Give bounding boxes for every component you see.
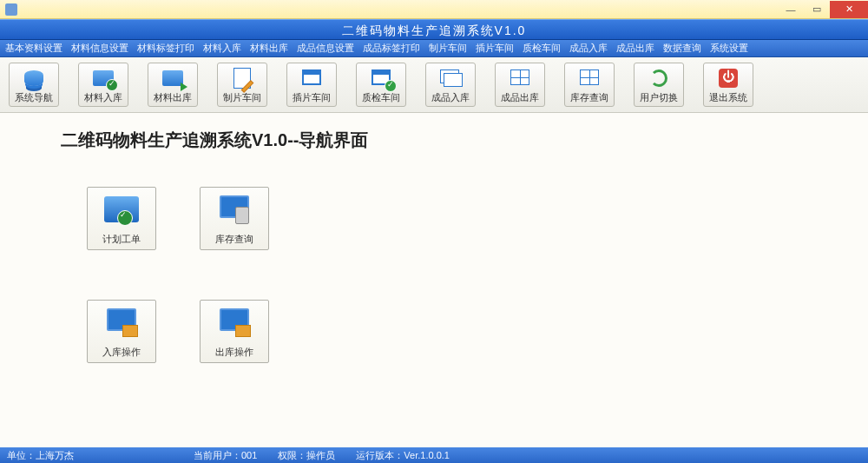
role-label: 权限： xyxy=(278,450,306,460)
user-label: 当前用户： xyxy=(194,450,241,460)
menubar: 基本资料设置材料信息设置材料标签打印材料入库材料出库成品信息设置成品标签打印制片… xyxy=(0,40,868,57)
table-calc-icon xyxy=(576,67,602,89)
toolbar-button-label: 成品入库 xyxy=(431,91,470,104)
unit-value: 上海万杰 xyxy=(36,450,74,460)
minimize-button[interactable]: — xyxy=(778,1,804,18)
menu-item[interactable]: 基本资料设置 xyxy=(5,42,62,55)
app-banner: 二维码物料生产追溯系统V1.0 xyxy=(0,19,868,40)
menu-item[interactable]: 材料信息设置 xyxy=(71,42,128,55)
folder-out-icon xyxy=(160,67,186,89)
titlebar: — ▭ ✕ xyxy=(0,0,868,19)
toolbar-button[interactable]: 成品出库 xyxy=(495,63,545,107)
menu-item[interactable]: 质检车间 xyxy=(523,42,561,55)
maximize-button[interactable]: ▭ xyxy=(804,1,830,18)
menu-item[interactable]: 系统设置 xyxy=(710,42,748,55)
menu-item[interactable]: 材料入库 xyxy=(203,42,241,55)
monitor-box-out-icon xyxy=(214,306,254,342)
content-area: 二维码物料生产追溯系统V1.0--导航界面 计划工单库存查询入库操作出库操作 xyxy=(0,113,868,447)
user-value: 001 xyxy=(241,450,257,460)
doc-edit-icon xyxy=(229,67,255,89)
nav-card[interactable]: 入库操作 xyxy=(87,300,156,363)
menu-item[interactable]: 制片车间 xyxy=(429,42,467,55)
folder-check-big-icon xyxy=(102,193,141,229)
version-value: Ver.1.0.0.1 xyxy=(404,450,450,460)
nav-card[interactable]: 计划工单 xyxy=(87,187,156,250)
toolbar-button[interactable]: 系统导航 xyxy=(9,63,59,107)
toolbar-button[interactable]: 材料入库 xyxy=(78,63,128,107)
menu-item[interactable]: 数据查询 xyxy=(663,42,701,55)
folder-check-icon xyxy=(90,67,116,89)
nav-card-label: 计划工单 xyxy=(102,233,141,246)
statusbar: 单位：上海万杰 当前用户：001 权限：操作员 运行版本：Ver.1.0.0.1 xyxy=(0,447,868,463)
window-table-icon xyxy=(507,67,533,89)
toolbar-button-label: 插片车间 xyxy=(293,91,331,104)
menu-item[interactable]: 成品入库 xyxy=(569,42,608,55)
nav-card-label: 出库操作 xyxy=(215,346,253,359)
window-icon xyxy=(299,67,325,89)
nav-card[interactable]: 库存查询 xyxy=(200,187,269,250)
toolbar-button-label: 成品出库 xyxy=(501,91,539,104)
menu-item[interactable]: 成品标签打印 xyxy=(363,42,420,55)
toolbar-button[interactable]: 质检车间 xyxy=(356,63,406,107)
toolbar-button-label: 材料出库 xyxy=(154,91,192,104)
refresh-icon xyxy=(646,67,672,89)
power-icon xyxy=(715,67,741,89)
toolbar-button[interactable]: 退出系统 xyxy=(703,63,753,107)
nav-card[interactable]: 出库操作 xyxy=(200,300,269,363)
nav-card-label: 库存查询 xyxy=(215,233,253,246)
toolbar-button[interactable]: 制片车间 xyxy=(217,63,267,107)
version-label: 运行版本： xyxy=(356,450,404,460)
toolbar-button-label: 系统导航 xyxy=(15,91,53,104)
monitor-box-icon xyxy=(102,306,141,342)
toolbar-button-label: 库存查询 xyxy=(570,91,608,104)
toolbar: 系统导航材料入库材料出库制片车间插片车间质检车间成品入库成品出库库存查询用户切换… xyxy=(0,57,868,113)
page-title: 二维码物料生产追溯系统V1.0--导航界面 xyxy=(61,129,807,152)
menu-item[interactable]: 成品出库 xyxy=(616,42,654,55)
toolbar-button-label: 材料入库 xyxy=(84,91,122,104)
window-check-icon xyxy=(368,67,394,89)
menu-item[interactable]: 插片车间 xyxy=(476,42,514,55)
role-value: 操作员 xyxy=(306,450,335,460)
monitor-calc-icon xyxy=(214,193,254,229)
menu-item[interactable]: 材料出库 xyxy=(250,42,288,55)
db-icon xyxy=(21,67,47,89)
banner-title: 二维码物料生产追溯系统V1.0 xyxy=(342,23,527,37)
toolbar-button[interactable]: 插片车间 xyxy=(286,63,337,107)
window-controls: — ▭ ✕ xyxy=(778,1,868,18)
toolbar-button[interactable]: 材料出库 xyxy=(148,63,198,107)
unit-label: 单位： xyxy=(7,450,36,460)
toolbar-button-label: 制片车间 xyxy=(223,91,261,104)
toolbar-button-label: 质检车间 xyxy=(362,91,400,104)
stack-icon xyxy=(437,67,464,89)
nav-card-label: 入库操作 xyxy=(102,346,141,359)
toolbar-button-label: 退出系统 xyxy=(709,91,747,104)
toolbar-button[interactable]: 用户切换 xyxy=(634,63,684,107)
toolbar-button[interactable]: 成品入库 xyxy=(425,63,476,107)
menu-item[interactable]: 成品信息设置 xyxy=(297,42,354,55)
close-button[interactable]: ✕ xyxy=(830,1,868,18)
app-icon xyxy=(5,3,17,16)
menu-item[interactable]: 材料标签打印 xyxy=(137,42,194,55)
toolbar-button-label: 用户切换 xyxy=(640,91,678,104)
toolbar-button[interactable]: 库存查询 xyxy=(564,63,615,107)
